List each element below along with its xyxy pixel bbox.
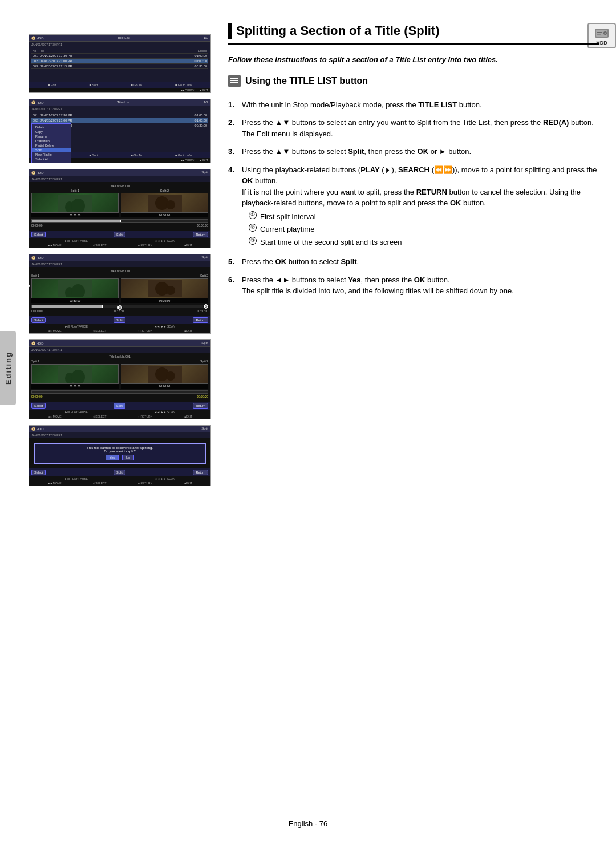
screen-1-col-header: No.TitleLength xyxy=(31,48,208,54)
screen-5-split-info: Split 1Split 2 xyxy=(31,359,208,363)
annotation-3: ③ xyxy=(203,304,209,309)
screen-4-header-right: Split xyxy=(201,256,208,260)
screen-5-help: ►/II PLAY/PAUSE◄◄ ►► SCAN xyxy=(29,410,210,414)
step-4-sub-1-text: First split interval xyxy=(260,211,316,223)
screen-3-timecode-1: 00:30:00 xyxy=(31,213,119,217)
screen-4-timecode-2: 00:30:00 xyxy=(121,298,208,303)
step-4-sub-1: ① First split interval xyxy=(249,211,599,223)
svg-point-17 xyxy=(166,371,175,381)
screen-3-thumb-2: Split 2 00:30:00 xyxy=(121,189,208,217)
screen-6-header-right: Split xyxy=(201,427,208,431)
screen-4-split: Title List No. 001 Split 1Split 2 00:30:… xyxy=(29,267,210,316)
title-accent xyxy=(228,23,232,39)
screen-5-header-right: Split xyxy=(201,341,208,345)
annotation-2: ② xyxy=(117,305,123,310)
screenshots-column: 📀 HDD Title List 1/3 JAN/01/2007 17:30 P… xyxy=(29,34,211,492)
svg-rect-25 xyxy=(230,80,238,81)
screen-5-header: 📀 HDD Split xyxy=(29,340,210,347)
screen-1-date: JAN/01/2007 17:30 PR1 xyxy=(29,42,210,47)
screen-3-date: JAN/01/2007 17:30 PR1 xyxy=(29,176,210,182)
screen-4-thumbnails: 00:30:00 00:30:00 xyxy=(31,278,208,303)
editing-tab: Editing xyxy=(0,331,16,405)
page-title-container: Splitting a Section of a Title (Split) xyxy=(228,23,599,45)
menu-select-all: Select All xyxy=(32,157,71,161)
screen-3-return-btn: Return xyxy=(193,232,208,237)
screen-3-thumb-img-2 xyxy=(121,193,208,213)
screen-5-split-btn: Split xyxy=(114,403,125,409)
screen-6-dialog-btns: Yes No xyxy=(37,455,202,460)
menu-partial-delete: Partial Delete xyxy=(32,143,71,148)
step-3-number: 3. xyxy=(228,146,237,157)
list-icon xyxy=(230,76,239,86)
screen-4-progress-marker xyxy=(102,305,103,308)
screen-5-thumb-1: 00:00:00 xyxy=(31,364,119,389)
screen-2-content: 001JAN/01/2007 17:30 PR01:00:00 002JAN/0… xyxy=(29,112,210,152)
intro-text: Follow these instructions to split a sec… xyxy=(228,54,599,66)
screen-5-progress xyxy=(31,390,208,394)
screen-5-help2: ◄►MOVE⊙SELECT↩RETURN■EXIT xyxy=(29,414,210,419)
screen-3-title-no: Title List No. 001 xyxy=(31,184,208,188)
screen-3-buttons: Select Split Return xyxy=(29,231,210,238)
screen-3-thumb-img-1 xyxy=(31,193,119,213)
screen-5-split: Title List No. 001 Split 1Split 2 00:00:… xyxy=(29,353,210,402)
screen-6: 📀 HDD Split JAN/01/2007 17:30 PR1 This t… xyxy=(29,425,211,486)
screen-4-timecode-1: 00:30:00 xyxy=(31,298,119,303)
steps-list: 1. With the unit in Stop mode/Playback m… xyxy=(228,99,599,297)
screen-3-thumb-1: Split 1 00:30:00 xyxy=(31,189,119,217)
svg-point-11 xyxy=(166,286,175,295)
step-4-sub-list: ① First split interval ② Current playtim… xyxy=(242,211,599,248)
screen-2-header-left: 📀 HDD xyxy=(31,100,44,104)
step-2-content: Press the ▲▼ buttons to select an entry … xyxy=(242,117,599,139)
screen-2-row-1: 001JAN/01/2007 17:30 PR01:00:00 xyxy=(31,113,208,118)
screen-2-menu: Delete Copy Rename Protection Partial De… xyxy=(31,123,71,163)
screen-1-header-right: Title List xyxy=(117,36,130,40)
screen-1-row-3: 003JAN/03/2007 22:15 PR00:30:00 xyxy=(31,64,208,69)
step-1: 1. With the unit in Stop mode/Playback m… xyxy=(228,99,599,111)
screen-3-split-btn: Split xyxy=(114,232,125,237)
screen-3-header-left: 📀 HDD xyxy=(31,171,44,175)
screen-4-title-info: Title List No. 001 xyxy=(31,269,208,273)
menu-split: Split xyxy=(32,148,71,152)
screen-1-row-2: 002JAN/03/2007 21:00 PR01:00:00 xyxy=(31,59,208,64)
screen-4-header-left: 📀 HDD xyxy=(31,256,44,260)
screen-4-split-info: Split 1Split 2 xyxy=(31,274,208,277)
screen-5-thumb-img-1 xyxy=(31,364,119,384)
screen-4-progress-fill xyxy=(32,305,102,308)
screen-4-buttons: Select Split Return xyxy=(29,316,210,324)
svg-rect-26 xyxy=(230,82,238,83)
circle-3: ③ xyxy=(249,237,257,245)
screen-5-select-btn: Select xyxy=(31,403,46,409)
screen-3-times: 00:00:0000:30:00 xyxy=(31,224,208,227)
screen-5-header-left: 📀 HDD xyxy=(31,341,44,345)
screen-4-thumb-img-2 xyxy=(121,278,208,298)
footer: English - 76 xyxy=(0,819,616,828)
screen-6-yes-btn: Yes xyxy=(106,455,119,460)
screen-1-page: 1/3 xyxy=(204,36,208,40)
screen-4-thumb-1: 00:30:00 xyxy=(31,278,119,303)
screen-5-thumb-2: 00:00:00 xyxy=(121,364,208,389)
step-3: 3. Press the ▲▼ buttons to select Split,… xyxy=(228,146,599,157)
screen-3-timecode-2: 00:30:00 xyxy=(121,213,208,217)
screen-5-times: 00:00:0000:30:20 xyxy=(31,395,208,398)
circle-1: ① xyxy=(249,211,257,219)
screen-3-thumbnails: Split 1 00:30:00 Split 2 xyxy=(31,189,208,217)
step-4-number: 4. xyxy=(228,164,237,250)
screen-3-help2: ◄►MOVE⊙SELECT↩RETURN■EXIT xyxy=(29,243,210,248)
screen-3-split-label-1: Split 1 xyxy=(31,189,119,192)
screen-1-content: No.TitleLength 001JAN/01/2007 17:30 PR01… xyxy=(29,47,210,82)
screen-3-select-btn: Select xyxy=(31,232,46,237)
menu-new-playlist: New Playlist xyxy=(32,152,71,157)
step-2: 2. Press the ▲▼ buttons to select an ent… xyxy=(228,117,599,139)
menu-visibility: +Visibility xyxy=(32,161,71,163)
step-3-content: Press the ▲▼ buttons to select Split, th… xyxy=(242,146,599,157)
menu-rename: Rename xyxy=(32,134,71,139)
screen-2-date: JAN/01/2007 17:30 PR1 xyxy=(29,106,210,112)
screen-5-timecode-1: 00:00:00 xyxy=(31,384,119,389)
screen-6-return-btn: Return xyxy=(193,470,208,475)
screen-6-dialog: This title cannot be recovered after spl… xyxy=(34,443,206,464)
screen-6-select-btn: Select xyxy=(31,470,46,475)
step-4-sub-3: ③ Start time of the second split and its… xyxy=(249,237,599,248)
screen-1-header-left: 📀 HDD xyxy=(31,36,44,40)
screen-4-header: 📀 HDD Split xyxy=(29,254,210,261)
svg-rect-24 xyxy=(230,78,238,79)
